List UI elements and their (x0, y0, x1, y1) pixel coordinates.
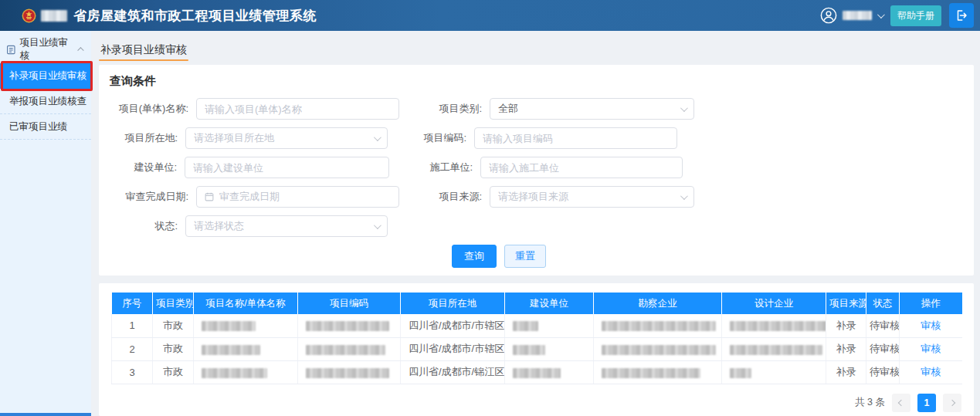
column-header: 项目类别 (153, 293, 194, 314)
chevron-left-icon (898, 399, 904, 405)
redacted-text (602, 321, 716, 331)
chevron-up-icon (77, 47, 83, 53)
column-header: 勘察企业 (594, 293, 722, 314)
select-placeholder: 请选择状态 (194, 219, 374, 233)
field-label: 施工单位: (405, 161, 480, 174)
review-link[interactable]: 审核 (921, 320, 941, 331)
select-placeholder: 请选择项目所在地 (194, 131, 374, 145)
redacted-text (202, 345, 260, 355)
chevron-down-icon (680, 104, 688, 112)
column-header: 项目来源 (826, 293, 866, 314)
field-label: 项目所在地: (110, 131, 185, 145)
sidebar-item[interactable]: 举报项目业绩核查 (0, 89, 91, 114)
construction-unit-input[interactable] (185, 157, 389, 178)
cell-source: 补录 (826, 337, 866, 360)
review-link[interactable]: 审核 (921, 343, 941, 354)
project-location-select[interactable]: 请选择项目所在地 (185, 127, 388, 149)
column-header: 项目编码 (298, 293, 401, 314)
project-name-input-field[interactable] (205, 103, 391, 115)
column-header: 设计企业 (722, 293, 826, 314)
logout-button[interactable] (949, 3, 974, 28)
cell-builder (505, 360, 594, 384)
logout-icon (955, 8, 968, 22)
column-header: 状态 (866, 293, 900, 314)
current-page-button[interactable]: 1 (917, 394, 936, 412)
cell-name (194, 314, 298, 337)
redacted-text (513, 321, 538, 331)
next-page-button[interactable] (943, 394, 961, 412)
sidebar-item[interactable]: 已审项目业绩 (0, 114, 91, 140)
cell-name (194, 337, 298, 360)
contractor-unit-input-field[interactable] (489, 162, 674, 174)
cell-status: 待审核 (866, 360, 900, 384)
content-area: 查询条件 项目(单体)名称:项目类别:全部项目所在地:请选择项目所在地项目编码:… (91, 65, 980, 416)
project-code-input-field[interactable] (483, 133, 669, 144)
select-placeholder: 审查完成日期 (219, 190, 391, 204)
form-actions: 查询 重置 (452, 245, 980, 268)
project-category-select[interactable]: 全部 (490, 98, 694, 120)
field-label: 项目类别: (415, 102, 490, 116)
cell-status: 待审核 (866, 314, 900, 337)
sidebar-group-performance-review[interactable]: 项目业绩审核 (0, 36, 91, 63)
column-header: 建设单位 (505, 293, 594, 314)
sidebar-item[interactable]: 补录项目业绩审核 (0, 63, 91, 89)
contractor-unit-input[interactable] (480, 157, 683, 178)
redacted-province-name (41, 10, 67, 22)
table-row: 1市政四川省/成都市/市辖区补录待审核审核 (112, 314, 962, 337)
cell-location: 四川省/成都市/市辖区 (401, 314, 505, 337)
sidebar-group-label: 项目业绩审核 (20, 36, 76, 63)
chevron-down-icon (374, 134, 381, 141)
query-conditions-title: 查询条件 (110, 74, 963, 89)
cell-design (722, 360, 826, 384)
cell-survey (594, 360, 722, 384)
redacted-text (513, 368, 561, 378)
project-code-input[interactable] (474, 127, 677, 149)
cell-seq: 2 (112, 337, 153, 360)
chevron-right-icon (949, 399, 955, 405)
cell-survey (594, 337, 722, 360)
cell-code (298, 360, 401, 384)
prev-page-button[interactable] (892, 394, 910, 412)
review-link[interactable]: 审核 (921, 366, 941, 377)
table-row: 3市政四川省/成都市/锦江区补录待审核审核 (112, 360, 962, 384)
table-header-row: 序号项目类别项目名称/单体名称项目编码项目所在地建设单位勘察企业设计企业项目来源… (112, 293, 962, 314)
user-menu[interactable] (820, 7, 883, 24)
redacted-text (202, 321, 256, 331)
field-label: 审查完成日期: (110, 190, 196, 204)
redacted-username (843, 11, 872, 20)
brand: 省房屋建筑和市政工程项目业绩管理系统 (22, 7, 820, 25)
field-label: 建设单位: (110, 161, 185, 174)
document-list-icon (6, 45, 16, 55)
cell-seq: 1 (112, 314, 153, 337)
column-header: 序号 (112, 293, 153, 314)
column-header: 项目所在地 (401, 293, 505, 314)
project-name-input[interactable] (196, 98, 399, 120)
field-label: 项目编码: (388, 131, 474, 145)
construction-unit-input-field[interactable] (193, 162, 381, 174)
tab-strip: 补录项目业绩审核 (91, 31, 980, 65)
chevron-down-icon (680, 192, 688, 200)
reset-button[interactable]: 重置 (504, 245, 546, 268)
sidebar-menu-items: 补录项目业绩审核举报项目业绩核查已审项目业绩 (0, 63, 91, 140)
project-source-select[interactable]: 请选择项目来源 (490, 186, 694, 208)
results-table-panel: 序号项目类别项目名称/单体名称项目编码项目所在地建设单位勘察企业设计企业项目来源… (99, 283, 974, 416)
tab-supplementary-review[interactable]: 补录项目业绩审核 (99, 43, 188, 65)
help-manual-button[interactable]: 帮助手册 (890, 5, 941, 26)
cell-category: 市政 (153, 360, 194, 384)
calendar-icon (205, 192, 214, 201)
chevron-down-icon (877, 11, 885, 19)
results-table: 序号项目类别项目名称/单体名称项目编码项目所在地建设单位勘察企业设计企业项目来源… (111, 293, 962, 384)
cell-design (722, 314, 826, 337)
redacted-text (602, 345, 716, 355)
cell-action: 审核 (900, 314, 962, 337)
cell-source: 补录 (826, 314, 866, 337)
redacted-text (513, 345, 545, 355)
pagination-total: 共 3 条 (855, 396, 885, 409)
status-select[interactable]: 请选择状态 (185, 215, 388, 237)
search-button[interactable]: 查询 (452, 245, 497, 268)
cell-design (722, 337, 826, 360)
cell-builder (505, 314, 594, 337)
review-complete-date-input[interactable]: 审查完成日期 (196, 186, 399, 208)
cell-name (194, 360, 298, 384)
table-row: 2市政四川省/成都市/市辖区补录待审核审核 (112, 337, 962, 360)
